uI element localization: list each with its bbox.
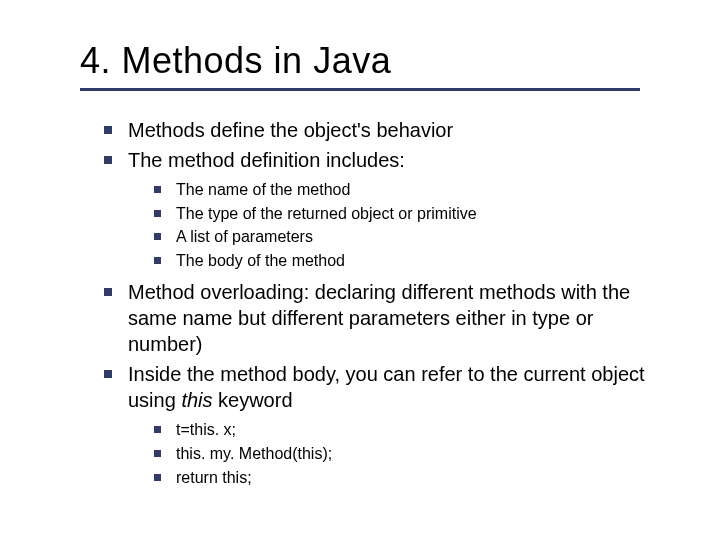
bullet-text-post: keyword <box>213 389 293 411</box>
bullet-list-level2: The name of the method The type of the r… <box>128 179 670 271</box>
bullet-text: The method definition includes: <box>128 149 405 171</box>
title-underline <box>80 88 640 91</box>
slide: 4. Methods in Java Methods define the ob… <box>0 0 720 540</box>
bullet-list-level2: t=this. x; this. my. Method(this); retur… <box>128 419 670 488</box>
bullet-subitem: t=this. x; <box>154 419 670 441</box>
bullet-subitem: The name of the method <box>154 179 670 201</box>
bullet-subitem: The type of the returned object or primi… <box>154 203 670 225</box>
bullet-item: Method overloading: declaring different … <box>104 279 670 357</box>
bullet-subitem: this. my. Method(this); <box>154 443 670 465</box>
bullet-item: Inside the method body, you can refer to… <box>104 361 670 488</box>
bullet-text-italic: this <box>181 389 212 411</box>
bullet-subitem: The body of the method <box>154 250 670 272</box>
bullet-list-level1: Methods define the object's behavior The… <box>80 117 670 488</box>
bullet-item: Methods define the object's behavior <box>104 117 670 143</box>
bullet-item: The method definition includes: The name… <box>104 147 670 271</box>
slide-title: 4. Methods in Java <box>80 40 670 82</box>
bullet-subitem: return this; <box>154 467 670 489</box>
bullet-subitem: A list of parameters <box>154 226 670 248</box>
